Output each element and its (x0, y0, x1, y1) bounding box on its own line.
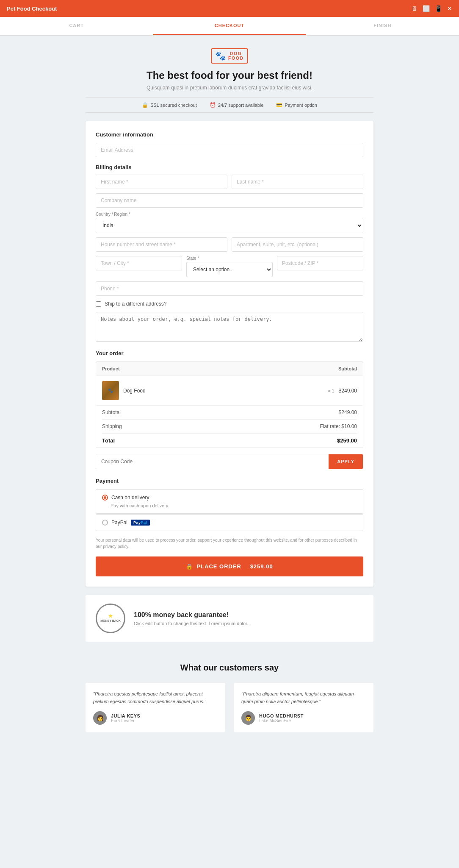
author-name-1: HUGO MEDHURST (259, 713, 304, 718)
city-input[interactable] (96, 256, 182, 270)
house-input[interactable] (96, 237, 227, 252)
country-select[interactable]: India (96, 218, 363, 233)
shipping-value: Flat rate: $10.00 (320, 423, 357, 429)
trust-bar: 🔒 SSL secured checkout ⏰ 24/7 support av… (86, 97, 373, 113)
testimonials-grid: "Pharetra egestas pellentesque facilisi … (86, 683, 373, 732)
step-cart[interactable]: CART (0, 17, 153, 35)
guarantee-section: ⭐ MONEY BACK 100% money back guarantee! … (86, 595, 373, 642)
lock-icon: 🔒 (186, 563, 193, 570)
address-row (96, 237, 363, 252)
badge-star: ⭐ (108, 614, 113, 618)
paypal-badge: PayPal (131, 520, 150, 526)
phone-row (96, 281, 363, 296)
product-qty: × 1 (328, 388, 335, 393)
company-group (96, 193, 363, 208)
subtotal-label: Subtotal (102, 409, 121, 415)
phone-input[interactable] (96, 281, 363, 296)
list-item: "Pharetra aliquam fermentum, feugiat ege… (234, 683, 373, 732)
company-row (96, 193, 363, 208)
author-role-0: EuraTheater (111, 718, 140, 723)
payment-cod: Cash on delivery Pay with cash upon deli… (96, 489, 363, 514)
notes-group (96, 312, 363, 342)
ssl-icon: 🔒 (142, 102, 148, 108)
avatar: 👨 (241, 711, 255, 725)
subtotal-row: Subtotal $249.00 (102, 406, 357, 420)
email-group (96, 143, 363, 157)
guarantee-content: 100% money back guarantee! Click edit bu… (134, 611, 251, 626)
close-icon[interactable]: ✕ (447, 5, 452, 12)
product-name: Dog Food (123, 388, 324, 394)
step-checkout[interactable]: CHECKOUT (153, 17, 306, 35)
notes-row (96, 312, 363, 342)
company-input[interactable] (96, 193, 363, 208)
guarantee-title: 100% money back guarantee! (134, 611, 251, 619)
notes-textarea[interactable] (96, 312, 363, 342)
last-name-group (232, 175, 363, 189)
product-image: 🐾 (102, 381, 119, 400)
state-select[interactable]: Select an option... (186, 262, 273, 277)
payment-paypal: PayPal PayPal (96, 514, 363, 531)
coupon-input[interactable] (96, 454, 329, 469)
country-row: Country / Region * India (96, 212, 363, 233)
logo: 🐾 DOG FOOD (211, 48, 248, 64)
tablet-icon[interactable]: ⬜ (423, 5, 430, 12)
phone-icon[interactable]: 📱 (435, 5, 442, 12)
customer-info-title: Customer information (96, 131, 363, 138)
main-content: 🐾 DOG FOOD The best food for your best f… (81, 36, 378, 754)
table-row: 🐾 Dog Food × 1 $249.00 (96, 376, 363, 406)
apt-input[interactable] (232, 237, 363, 252)
author-name-0: JULIA KEYS (111, 713, 140, 718)
place-order-amount: $259.00 (250, 563, 273, 570)
product-price: $249.00 (339, 388, 357, 394)
coupon-row: APPLY (96, 454, 363, 469)
testimonial-author-0: 👩 JULIA KEYS EuraTheater (93, 711, 218, 725)
step-finish[interactable]: FINISH (306, 17, 459, 35)
hero-title: The best food for your best friend! (86, 70, 373, 81)
app-header: Pet Food Checkout 🖥 ⬜ 📱 ✕ (0, 0, 459, 17)
privacy-text: Your personal data will be used to proce… (96, 537, 363, 550)
guarantee-description: Click edit button to change this text. L… (134, 621, 251, 626)
email-row (96, 143, 363, 157)
testimonials-section: What our customers say "Pharetra egestas… (86, 650, 373, 745)
country-label: Country / Region * (96, 212, 363, 217)
paypal-label: PayPal (111, 520, 127, 526)
apply-coupon-button[interactable]: APPLY (329, 454, 363, 469)
order-table: Product Subtotal 🐾 Dog Food × 1 $249.00 … (96, 362, 363, 448)
logo-area: 🐾 DOG FOOD (86, 48, 373, 64)
header-icons: 🖥 ⬜ 📱 ✕ (412, 5, 452, 12)
testimonial-author-1: 👨 HUGO MEDHURST Lake McSienFire (241, 711, 366, 725)
total-row: Total $259.00 (102, 434, 357, 448)
name-row (96, 175, 363, 189)
payment-section: Payment Cash on delivery Pay with cash u… (96, 478, 363, 576)
email-input[interactable] (96, 143, 363, 157)
ship-label: Ship to a different address? (105, 301, 167, 307)
shipping-label: Shipping (102, 423, 122, 429)
trust-payment: 💳 Payment option (276, 102, 317, 108)
postcode-input[interactable] (277, 256, 363, 270)
guarantee-badge: ⭐ MONEY BACK (96, 604, 125, 633)
order-header: Product Subtotal (96, 362, 363, 376)
phone-group (96, 281, 363, 296)
order-section: Your order Product Subtotal 🐾 Dog Food ×… (96, 350, 363, 448)
house-group (96, 237, 227, 252)
trust-ssl: 🔒 SSL secured checkout (142, 102, 197, 108)
support-icon: ⏰ (210, 102, 216, 108)
cod-label: Cash on delivery (111, 495, 149, 501)
testimonial-quote-0: "Pharetra egestas pellentesque facilisi … (93, 690, 218, 705)
city-state-row: State * Select an option... (96, 256, 363, 277)
last-name-input[interactable] (232, 175, 363, 189)
country-group: Country / Region * India (96, 212, 363, 233)
form-card: Customer information Billing details Cou… (86, 121, 373, 587)
monitor-icon[interactable]: 🖥 (412, 5, 418, 12)
list-item: "Pharetra egestas pellentesque facilisi … (86, 683, 225, 732)
badge-text: MONEY BACK (100, 619, 121, 623)
testimonial-quote-1: "Pharetra aliquam fermentum, feugiat ege… (241, 690, 366, 705)
cod-radio[interactable] (102, 495, 108, 501)
paypal-radio[interactable] (102, 520, 108, 526)
testimonials-title: What our customers say (86, 663, 373, 673)
place-order-button[interactable]: 🔒 PLACE ORDER $259.00 (96, 556, 363, 576)
order-totals: Subtotal $249.00 Shipping Flat rate: $10… (96, 406, 363, 448)
state-label: State * (186, 256, 273, 261)
first-name-input[interactable] (96, 175, 227, 189)
ship-checkbox[interactable] (96, 301, 101, 307)
